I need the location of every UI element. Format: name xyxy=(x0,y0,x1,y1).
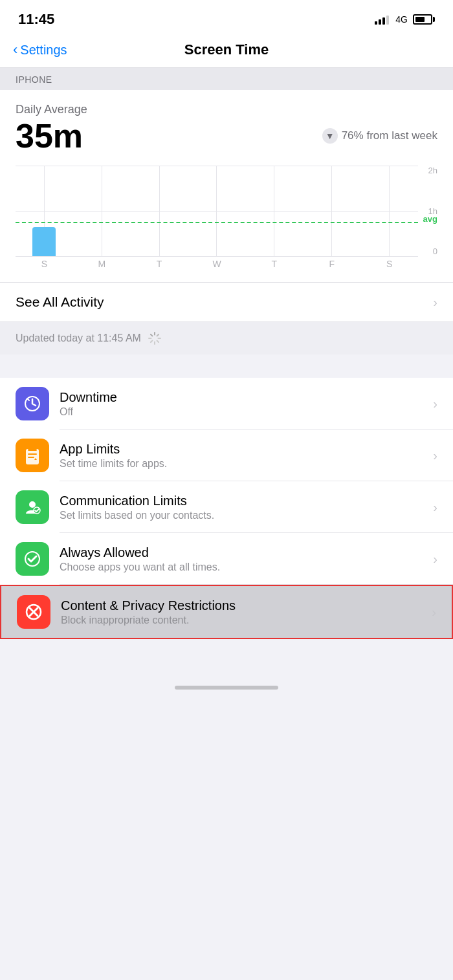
content-privacy-subtitle: Block inappropriate content. xyxy=(61,615,425,626)
down-arrow-icon: ▼ xyxy=(322,128,338,144)
bar-col-mon xyxy=(73,166,131,256)
home-bar xyxy=(175,686,278,690)
always-allowed-icon-bg xyxy=(16,542,49,576)
see-all-activity-label: See All Activity xyxy=(16,294,104,310)
settings-item-content-privacy[interactable]: Content & Privacy Restrictions Block ina… xyxy=(0,585,453,639)
chart-y-0: 0 xyxy=(433,246,437,256)
chart-area: 2h 1h 0 xyxy=(16,166,437,269)
avg-dashed-line xyxy=(16,222,418,223)
status-bar: 11:45 4G xyxy=(0,0,453,35)
daily-average-row: 35m ▼ 76% from last week xyxy=(16,119,437,153)
chart-x-fri: F xyxy=(303,259,360,269)
app-limits-icon xyxy=(23,446,42,465)
chart-x-tue: T xyxy=(131,259,188,269)
chart-x-labels: S M T W T F S xyxy=(16,259,418,269)
updated-text: Updated today at 11:45 AM xyxy=(16,332,141,344)
svg-rect-11 xyxy=(28,453,37,455)
app-limits-icon-bg xyxy=(16,439,49,472)
bottom-spacer xyxy=(0,639,453,678)
bar-col-sun xyxy=(16,166,73,256)
chart-x-sat: S xyxy=(360,259,418,269)
communication-limits-icon xyxy=(23,497,42,517)
svg-point-13 xyxy=(29,501,36,508)
content-privacy-content: Content & Privacy Restrictions Block ina… xyxy=(61,598,425,626)
communication-limits-icon-bg xyxy=(16,490,49,524)
bar-col-sat xyxy=(360,166,418,256)
chart-x-mon: M xyxy=(73,259,131,269)
nav-bar: ‹ Settings Screen Time xyxy=(0,35,453,68)
content-privacy-title: Content & Privacy Restrictions xyxy=(61,598,425,613)
downtime-icon xyxy=(23,394,42,413)
communication-limits-content: Communication Limits Set limits based on… xyxy=(60,494,426,521)
settings-list: Downtime Off › App Limits Set time limit… xyxy=(0,378,453,639)
section-gap-1 xyxy=(0,354,453,378)
content-privacy-icon xyxy=(24,602,43,622)
chart-y-2h: 2h xyxy=(428,166,437,175)
back-button[interactable]: ‹ Settings xyxy=(13,42,67,58)
app-limits-chevron-icon: › xyxy=(433,448,437,463)
downtime-title: Downtime xyxy=(60,390,426,405)
bar-sunday xyxy=(32,227,56,256)
bar-col-tue xyxy=(131,166,188,256)
daily-average-section: Daily Average 35m ▼ 76% from last week xyxy=(0,90,453,153)
avg-label: avg xyxy=(423,214,437,224)
app-limits-subtitle: Set time limits for apps. xyxy=(60,458,426,470)
back-chevron-icon: ‹ xyxy=(13,41,17,58)
daily-average-change: ▼ 76% from last week xyxy=(322,128,437,144)
svg-line-6 xyxy=(157,341,159,342)
home-indicator xyxy=(0,678,453,700)
daily-average-value: 35m xyxy=(16,119,83,153)
svg-line-5 xyxy=(151,341,152,342)
app-limits-content: App Limits Set time limits for apps. xyxy=(60,442,426,470)
always-allowed-subtitle: Choose apps you want at all times. xyxy=(60,561,426,573)
chart-x-wed: W xyxy=(188,259,246,269)
settings-item-downtime[interactable]: Downtime Off › xyxy=(0,378,453,430)
always-allowed-icon xyxy=(23,549,42,569)
section-header-iphone: IPHONE xyxy=(0,68,453,90)
updated-row: Updated today at 11:45 AM xyxy=(0,322,453,354)
back-label: Settings xyxy=(20,43,67,58)
always-allowed-chevron-icon: › xyxy=(433,552,437,567)
status-icons: 4G xyxy=(375,14,435,25)
see-all-chevron-icon: › xyxy=(433,295,437,310)
bar-col-thu xyxy=(245,166,303,256)
network-label: 4G xyxy=(395,14,408,25)
see-all-activity-row[interactable]: See All Activity › xyxy=(0,283,453,321)
status-time: 11:45 xyxy=(18,11,54,28)
downtime-chevron-icon: › xyxy=(433,397,437,411)
downtime-content: Downtime Off xyxy=(60,390,426,418)
change-text: 76% from last week xyxy=(342,129,437,142)
spinner-icon xyxy=(148,331,162,345)
settings-item-always-allowed[interactable]: Always Allowed Choose apps you want at a… xyxy=(0,533,453,585)
signal-bars-icon xyxy=(375,14,389,25)
communication-limits-chevron-icon: › xyxy=(433,500,437,515)
content-privacy-icon-bg xyxy=(17,595,50,629)
downtime-subtitle: Off xyxy=(60,406,426,418)
usage-chart: 2h 1h 0 xyxy=(0,153,453,282)
settings-item-app-limits[interactable]: App Limits Set time limits for apps. › xyxy=(0,430,453,481)
bar-col-wed xyxy=(188,166,246,256)
chart-x-sun: S xyxy=(16,259,73,269)
svg-line-4 xyxy=(157,334,159,336)
page-title: Screen Time xyxy=(184,41,269,58)
app-limits-title: App Limits xyxy=(60,442,426,457)
daily-average-label: Daily Average xyxy=(16,103,437,116)
chart-y-labels: 2h 1h 0 xyxy=(428,166,437,256)
battery-icon xyxy=(413,14,435,25)
content-privacy-chevron-icon: › xyxy=(432,605,436,620)
settings-item-communication-limits[interactable]: Communication Limits Set limits based on… xyxy=(0,481,453,533)
svg-rect-12 xyxy=(28,457,34,458)
svg-rect-10 xyxy=(28,449,37,451)
communication-limits-title: Communication Limits xyxy=(60,494,426,508)
downtime-icon-bg xyxy=(16,387,49,420)
chart-x-thu: T xyxy=(245,259,303,269)
always-allowed-title: Always Allowed xyxy=(60,545,426,560)
bar-col-fri xyxy=(303,166,360,256)
communication-limits-subtitle: Set limits based on your contacts. xyxy=(60,510,426,521)
svg-line-7 xyxy=(151,334,152,336)
chart-bars xyxy=(16,166,418,256)
always-allowed-content: Always Allowed Choose apps you want at a… xyxy=(60,545,426,573)
